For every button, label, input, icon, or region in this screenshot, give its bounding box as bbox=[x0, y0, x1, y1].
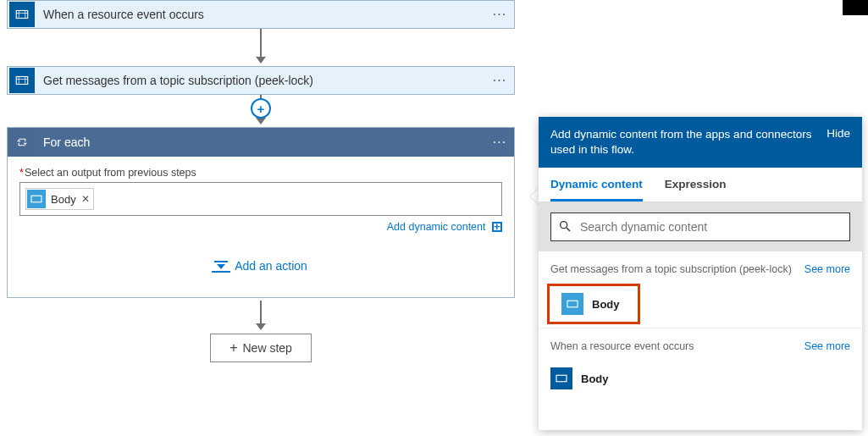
servicebus-icon bbox=[27, 190, 46, 208]
search-box[interactable] bbox=[550, 212, 850, 241]
token-remove[interactable]: ✕ bbox=[81, 193, 90, 205]
svg-rect-6 bbox=[556, 376, 567, 383]
new-step-button[interactable]: + New step bbox=[210, 334, 312, 362]
cropped-edge bbox=[843, 0, 868, 15]
svg-rect-1 bbox=[16, 77, 28, 85]
token-body[interactable]: Body ✕ bbox=[25, 188, 94, 210]
connector-arrow bbox=[260, 29, 262, 63]
connector-arrow bbox=[260, 301, 262, 329]
svg-line-4 bbox=[567, 228, 570, 231]
servicebus-icon bbox=[561, 293, 583, 315]
section-title: When a resource event occurs bbox=[550, 340, 694, 352]
add-dynamic-content-link[interactable]: Add dynamic content bbox=[387, 221, 502, 233]
foreach-header[interactable]: For each ··· bbox=[8, 128, 514, 157]
search-input[interactable] bbox=[580, 220, 843, 234]
servicebus-icon bbox=[9, 2, 35, 27]
see-more-link[interactable]: See more bbox=[804, 340, 850, 352]
add-action-link[interactable]: Add an action bbox=[214, 259, 307, 273]
insert-step-button[interactable]: + bbox=[251, 98, 271, 119]
svg-rect-2 bbox=[31, 196, 41, 202]
svg-point-3 bbox=[561, 222, 567, 229]
step-title: Get messages from a topic subscription (… bbox=[36, 74, 485, 87]
servicebus-icon bbox=[550, 367, 572, 389]
panel-hide-link[interactable]: Hide bbox=[827, 127, 850, 140]
svg-rect-0 bbox=[16, 11, 28, 19]
add-action-icon bbox=[214, 261, 228, 271]
see-more-link[interactable]: See more bbox=[804, 263, 850, 275]
foreach-icon bbox=[9, 130, 35, 155]
dynamic-content-panel: Add dynamic content from the apps and co… bbox=[539, 117, 862, 430]
field-label: *Select an output from previous steps bbox=[19, 167, 502, 179]
panel-lead: Add dynamic content from the apps and co… bbox=[550, 127, 827, 157]
step-get-messages[interactable]: Get messages from a topic subscription (… bbox=[7, 66, 515, 95]
section-title: Get messages from a topic subscription (… bbox=[550, 263, 792, 275]
svg-rect-5 bbox=[567, 301, 578, 308]
step-resource-event[interactable]: When a resource event occurs ··· bbox=[7, 0, 515, 29]
plus-icon: + bbox=[229, 341, 237, 355]
tab-dynamic-content[interactable]: Dynamic content bbox=[550, 168, 643, 201]
step-menu[interactable]: ··· bbox=[485, 7, 514, 22]
step-menu[interactable]: ··· bbox=[485, 73, 514, 88]
foreach-card: For each ··· *Select an output from prev… bbox=[7, 127, 515, 298]
dynamic-item-body[interactable]: Body bbox=[547, 284, 640, 324]
foreach-title: For each bbox=[36, 135, 485, 149]
dynamic-item-body-2[interactable]: Body bbox=[539, 361, 862, 396]
output-token-input[interactable]: Body ✕ bbox=[19, 182, 502, 216]
dynamic-content-box-icon bbox=[492, 222, 502, 232]
step-title: When a resource event occurs bbox=[36, 8, 485, 21]
search-icon bbox=[558, 219, 573, 235]
tab-expression[interactable]: Expression bbox=[665, 168, 727, 201]
servicebus-icon bbox=[9, 68, 35, 93]
foreach-menu[interactable]: ··· bbox=[485, 135, 514, 150]
